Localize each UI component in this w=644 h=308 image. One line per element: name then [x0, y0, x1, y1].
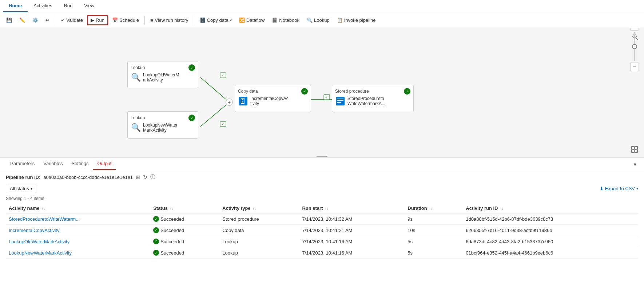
panel-content: Pipeline run ID: a0a0a0a0-bbbb-cccc-dddd…: [0, 170, 644, 262]
cell-status-1: ✓ Succeeded: [150, 225, 219, 236]
svg-rect-3: [220, 73, 226, 78]
lookup1-body: 🔍 LookupOldWaterMarkActivity: [131, 72, 195, 83]
tab-output[interactable]: Output: [93, 158, 116, 170]
pipeline-run-id-value: a0a0a0a0-bbbb-cccc-dddd-e1e1e1e1e1e1: [43, 175, 133, 180]
lookup-button[interactable]: 🔍 Lookup: [303, 16, 333, 25]
lookup2-node[interactable]: Lookup ✓ 🔍 LookupNewWaterMarkActivity: [127, 111, 198, 139]
svg-line-0: [200, 77, 226, 100]
view-run-history-button[interactable]: ≡ View run history: [147, 16, 191, 25]
storedproc-node[interactable]: Stored procedure ✓ StoredProceduretoWrit…: [332, 85, 414, 112]
save-icon: 💾: [6, 17, 12, 23]
copy-data-label: Copy data: [207, 17, 228, 23]
add-connection-button[interactable]: +: [226, 99, 233, 106]
sort-run-start-icon: ↑↓: [325, 207, 329, 211]
undo-icon: ↩: [45, 17, 49, 23]
cell-duration-1: 10s: [405, 225, 463, 236]
status-filter-dropdown[interactable]: All status ▾: [6, 184, 36, 193]
cell-activity-type-2: Lookup: [219, 236, 299, 247]
zoom-in-button[interactable]: +: [630, 28, 639, 31]
svg-line-1: [200, 105, 226, 127]
expand-canvas-button[interactable]: [630, 145, 639, 154]
schedule-button[interactable]: 📅 Schedule: [109, 16, 142, 25]
toolbar: 💾 ✏️ ⚙️ ↩ ✓ Validate ▶ Run 📅 Schedule ≡ …: [0, 12, 644, 28]
invoke-pipeline-label: Invoke pipeline: [344, 17, 376, 23]
cell-duration-0: 9s: [405, 213, 463, 225]
info-button[interactable]: ⓘ: [150, 174, 155, 180]
copydata-body: 🗄 IncrementalCopyActivity: [238, 96, 308, 106]
table-body: StoredProceduretoWriteWaterm... ✓ Succee…: [6, 213, 638, 259]
cell-status-0: ✓ Succeeded: [150, 213, 219, 225]
tab-home[interactable]: Home: [3, 0, 28, 12]
zoom-slider[interactable]: [634, 32, 635, 61]
lookup2-icon: 🔍: [131, 123, 141, 133]
svg-rect-14: [337, 102, 341, 103]
pipeline-canvas-area: ✓ ✓ ✓ Lookup ✓ 🔍 LookupOldWaterMarkActiv…: [0, 28, 644, 157]
run-play-icon: ▶: [91, 17, 94, 23]
invoke-pipeline-button[interactable]: 📋 Invoke pipeline: [334, 16, 379, 25]
cell-activity-name-0[interactable]: StoredProceduretoWriteWaterm...: [6, 213, 150, 225]
tab-activities[interactable]: Activities: [28, 0, 58, 12]
dataflow-button[interactable]: 🔀 Dataflow: [236, 16, 268, 25]
view-run-history-label: View run history: [155, 17, 188, 23]
copydata-node[interactable]: Copy data ✓ 🗄 IncrementalCopyActivity: [235, 85, 311, 112]
svg-text:✓: ✓: [325, 95, 328, 99]
cell-activity-name-1[interactable]: IncrementalCopyActivity: [6, 225, 150, 236]
col-duration[interactable]: Duration ↑↓: [405, 203, 463, 213]
export-chevron-icon: ▾: [636, 187, 638, 191]
table-header: Activity name ↑↓ Status ↑↓ Activity type…: [6, 203, 638, 213]
notebook-icon: 📓: [272, 17, 278, 23]
export-icon: ⬇: [600, 186, 604, 191]
cell-run-start-2: 7/14/2023, 10:41:16 AM: [299, 236, 405, 247]
tab-run[interactable]: Run: [58, 0, 78, 12]
svg-rect-5: [324, 95, 330, 100]
col-status[interactable]: Status ↑↓: [150, 203, 219, 213]
col-activity-run-id[interactable]: Activity run ID ↑↓: [463, 203, 638, 213]
cell-activity-name-2[interactable]: LookupOldWaterMarkActivity: [6, 236, 150, 247]
edit-button[interactable]: ✏️: [16, 16, 28, 25]
tab-variables[interactable]: Variables: [39, 158, 67, 170]
status-success-icon-2: ✓: [153, 239, 159, 244]
cell-activity-type-3: Lookup: [219, 247, 299, 259]
refresh-button[interactable]: ↻: [143, 174, 147, 180]
panel-collapse-button[interactable]: ∧: [632, 160, 638, 168]
activity-runs-table: Activity name ↑↓ Status ↑↓ Activity type…: [6, 203, 638, 259]
lookup2-success-icon: ✓: [188, 115, 195, 121]
tab-parameters[interactable]: Parameters: [6, 158, 39, 170]
storedproc-header: Stored procedure ✓: [335, 88, 410, 95]
separator-3: [194, 16, 194, 25]
notebook-button[interactable]: 📓 Notebook: [269, 16, 303, 25]
copy-data-button[interactable]: 🗄️ Copy data ▾: [196, 16, 235, 25]
dataflow-icon: 🔀: [239, 17, 245, 23]
copy-run-id-button[interactable]: ⊞: [136, 174, 140, 180]
history-icon: ≡: [150, 17, 153, 23]
table-row[interactable]: LookupNewWaterMarkActivity ✓ Succeeded L…: [6, 247, 638, 259]
col-run-start[interactable]: Run start ↑↓: [299, 203, 405, 213]
connector-lines: ✓ ✓ ✓: [0, 28, 644, 157]
canvas-resize-handle[interactable]: [315, 155, 329, 157]
settings-button[interactable]: ⚙️: [29, 16, 41, 25]
table-row[interactable]: StoredProceduretoWriteWaterm... ✓ Succee…: [6, 213, 638, 225]
save-button[interactable]: 💾: [3, 16, 15, 25]
sort-run-id-icon: ↑↓: [500, 207, 504, 211]
export-to-csv-button[interactable]: ⬇ Export to CSV ▾: [600, 186, 638, 191]
table-row[interactable]: LookupOldWaterMarkActivity ✓ Succeeded L…: [6, 236, 638, 247]
lookup1-node[interactable]: Lookup ✓ 🔍 LookupOldWaterMarkActivity: [127, 61, 198, 88]
svg-text:✓: ✓: [221, 122, 224, 126]
undo-button[interactable]: ↩: [42, 16, 53, 25]
run-button[interactable]: ▶ Run: [87, 15, 108, 25]
col-activity-type[interactable]: Activity type ↑↓: [219, 203, 299, 213]
validate-button[interactable]: ✓ Validate: [57, 16, 86, 25]
tab-settings[interactable]: Settings: [67, 158, 93, 170]
svg-rect-12: [337, 99, 343, 99]
validate-label: Validate: [66, 17, 83, 23]
cell-run-start-0: 7/14/2023, 10:41:32 AM: [299, 213, 405, 225]
zoom-out-button[interactable]: −: [630, 63, 639, 71]
cell-run-id-1: 6266355f-7b16-4011-9d38-acfb9f11986b: [463, 225, 638, 236]
cell-activity-name-3[interactable]: LookupNewWaterMarkActivity: [6, 247, 150, 259]
col-activity-name[interactable]: Activity name ↑↓: [6, 203, 150, 213]
status-text-1: Succeeded: [160, 228, 184, 233]
table-row[interactable]: IncrementalCopyActivity ✓ Succeeded Copy…: [6, 225, 638, 236]
tab-view[interactable]: View: [78, 0, 100, 12]
nav-tabs: Home Activities Run View: [0, 0, 644, 12]
status-success-icon-1: ✓: [153, 227, 159, 233]
